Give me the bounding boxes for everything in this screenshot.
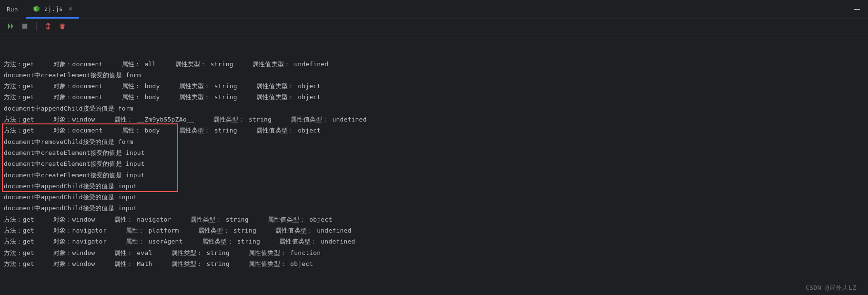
svg-point-8 [85, 26, 85, 26]
svg-rect-6 [60, 24, 65, 25]
soft-wrap-button[interactable] [43, 21, 53, 31]
svg-rect-5 [61, 23, 63, 24]
console-line: document中createElement接受的值是 input [4, 158, 864, 169]
console-line: 方法：get 对象：window 属性： Math 属性类型： string 属… [4, 258, 864, 269]
clear-all-button[interactable] [58, 21, 67, 31]
stop-button[interactable] [20, 21, 30, 31]
nodejs-icon [33, 5, 40, 12]
svg-rect-3 [854, 9, 860, 10]
console-line: 方法：get 对象：document 属性： all 属性类型： string … [4, 59, 864, 70]
svg-rect-4 [22, 23, 28, 29]
svg-point-2 [842, 10, 842, 10]
hide-icon[interactable] [853, 5, 861, 14]
svg-point-1 [842, 9, 842, 10]
console-line: 方法：get 对象：document 属性： body 属性类型： string… [4, 92, 864, 102]
svg-point-7 [85, 25, 85, 25]
watermark-text: CSDN @局外人LZ [806, 284, 857, 292]
console-line: document中appendChild接受的值是 input [4, 203, 864, 214]
svg-point-9 [85, 27, 85, 27]
console-line: document中appendChild接受的值是 input [4, 192, 864, 203]
tool-window-title: Run [0, 0, 26, 19]
console-line: document中createElement接受的值是 input [4, 170, 864, 181]
tab-filename: zj.js [44, 5, 62, 12]
svg-point-0 [842, 8, 842, 9]
console-toolbar [0, 19, 868, 33]
console-line: document中appendChild接受的值是 form [4, 103, 864, 114]
options-icon[interactable] [839, 5, 846, 14]
console-line: 方法：get 对象：navigator 属性： userAgent 属性类型： … [4, 236, 864, 247]
console-line: 方法：get 对象：navigator 属性： platform 属性类型： s… [4, 225, 864, 236]
console-line: 方法：get 对象：document 属性： body 属性类型： string… [4, 81, 864, 92]
separator [36, 22, 37, 31]
console-line: document中createElement接受的值是 form [4, 70, 864, 81]
run-config-tab[interactable]: zj.js × [26, 0, 79, 19]
console-line: 方法：get 对象：window 属性： navigator 属性类型： str… [4, 214, 864, 225]
more-actions-icon[interactable] [81, 21, 91, 31]
console-line: document中appendChild接受的值是 input [4, 181, 864, 192]
console-line: 方法：get 对象：window 属性： eval 属性类型： string 属… [4, 247, 864, 258]
rerun-button[interactable] [6, 21, 15, 31]
separator [74, 22, 74, 31]
console-line: document中createElement接受的值是 input [4, 147, 864, 158]
tool-window-header: Run zj.js × [0, 0, 868, 19]
console-output[interactable]: 方法：get 对象：document 属性： all 属性类型： string … [0, 33, 868, 279]
console-line: 方法：get 对象：window 属性： __Zm9ybS5pZAo__ 属性类… [4, 114, 864, 125]
console-line: 方法：get 对象：document 属性： body 属性类型： string… [4, 125, 864, 136]
console-line: document中removeChild接受的值是 form [4, 136, 864, 147]
close-icon[interactable]: × [69, 5, 72, 12]
